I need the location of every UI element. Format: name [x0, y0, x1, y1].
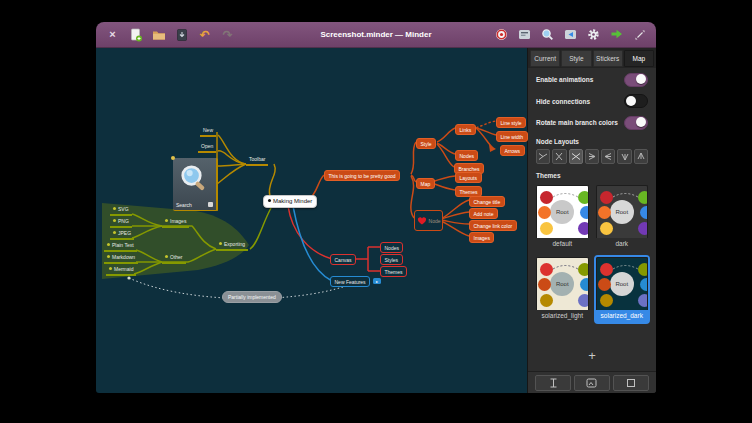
map-node-change-title[interactable]: Change title: [469, 196, 505, 207]
node-layouts-row: [528, 148, 656, 167]
map-node-svg[interactable]: SVG: [110, 205, 132, 216]
app-window: × ↶ ↷ Screenshot.minder — Minder: [96, 22, 656, 393]
theme-color-dot: [600, 263, 613, 276]
map-node-main[interactable]: This is going to be pretty good: [324, 170, 400, 181]
map-node-jpeg[interactable]: JPEG: [110, 229, 134, 240]
image-node-label: Search: [176, 202, 192, 208]
fullscreen-button[interactable]: [632, 27, 647, 42]
map-node-open[interactable]: Open: [198, 142, 216, 153]
map-node-canvas-themes[interactable]: Themes: [380, 266, 407, 277]
theme-color-dot: [540, 222, 553, 235]
sidebar-tabs: Current Style Stickers Map: [528, 48, 656, 68]
map-node-add-note[interactable]: Add note: [469, 208, 498, 219]
map-node-new[interactable]: New: [200, 126, 216, 137]
close-window-button[interactable]: ×: [105, 27, 120, 42]
add-theme-button[interactable]: +: [528, 344, 656, 371]
save-button[interactable]: [174, 27, 189, 42]
themes-heading: Themes: [528, 167, 656, 182]
note-badge-icon[interactable]: ▸: [373, 278, 381, 284]
layout-to-left-button[interactable]: [585, 149, 599, 164]
layout-downwards-button[interactable]: [634, 149, 648, 164]
map-node-change-link-color[interactable]: Change link color: [469, 220, 517, 231]
theme-default[interactable]: Root default: [536, 185, 589, 250]
focus-mode-icon: [495, 28, 508, 41]
layout-manual-button[interactable]: [536, 149, 550, 164]
map-node-exporting[interactable]: Exporting: [216, 240, 248, 251]
hide-connections-toggle[interactable]: [624, 94, 648, 108]
map-node-nodes[interactable]: Nodes: [455, 150, 478, 161]
map-node-mermaid[interactable]: Mermaid: [106, 265, 136, 276]
share-arrow-icon: [610, 28, 623, 41]
map-node-canvas-nodes[interactable]: Nodes: [380, 242, 403, 253]
tab-current[interactable]: Current: [530, 50, 560, 67]
map-node-heart[interactable]: Node: [414, 210, 443, 231]
tab-map[interactable]: Map: [624, 50, 654, 67]
save-icon: [175, 28, 189, 42]
text-anchor-button[interactable]: [535, 375, 571, 391]
undo-button[interactable]: ↶: [197, 27, 212, 42]
focus-mode-button[interactable]: [494, 27, 509, 42]
leaf-dot-icon: [107, 255, 110, 258]
connection-title[interactable]: Partially implemented: [222, 291, 282, 303]
map-node-new-features[interactable]: New Features: [330, 276, 370, 287]
theme-solarized-dark[interactable]: Root solarized_dark: [596, 257, 649, 322]
theme-color-dot: [578, 222, 589, 235]
share-button[interactable]: [609, 27, 624, 42]
map-node-canvas-styles[interactable]: Styles: [380, 254, 403, 265]
map-node-line-width[interactable]: Line width: [496, 131, 528, 142]
map-node-toolbar[interactable]: Toolbar: [246, 155, 268, 166]
hide-connections-label: Hide connections: [536, 98, 590, 105]
titlebar[interactable]: × ↶ ↷ Screenshot.minder — Minder: [96, 22, 656, 48]
tab-style[interactable]: Style: [561, 50, 591, 67]
mindmap-canvas[interactable]: Making Minder Toolbar New Open Save As S…: [96, 48, 527, 393]
leaf-dot-icon: [109, 267, 112, 270]
rotate-branch-colors-label: Rotate main branch colors: [536, 119, 618, 126]
layout-to-right-button[interactable]: [601, 149, 615, 164]
map-node-arrows[interactable]: Arrows: [500, 145, 525, 156]
settings-button[interactable]: [586, 27, 601, 42]
presentation-button[interactable]: [517, 27, 532, 42]
enable-animations-toggle[interactable]: [624, 73, 648, 87]
map-node-map[interactable]: Map: [416, 178, 435, 189]
map-node-root[interactable]: Making Minder: [263, 195, 317, 208]
theme-color-dot: [600, 191, 613, 204]
layout-upwards-button[interactable]: [617, 149, 631, 164]
heart-icon: [417, 216, 427, 225]
map-node-other[interactable]: Other: [162, 253, 186, 264]
node-layouts-heading: Node Layouts: [528, 133, 656, 148]
frame-button[interactable]: [613, 375, 649, 391]
tab-stickers[interactable]: Stickers: [593, 50, 623, 67]
frame-icon: [626, 378, 636, 388]
root-dot-icon: [268, 199, 271, 202]
map-node-plain-text[interactable]: Plain Text: [104, 241, 137, 252]
map-node-images-child[interactable]: Images: [469, 232, 494, 243]
enable-animations-label: Enable animations: [536, 76, 593, 83]
map-node-canvas[interactable]: Canvas: [330, 254, 356, 265]
map-node-images[interactable]: Images: [162, 217, 189, 228]
rotate-branch-colors-toggle[interactable]: [624, 116, 648, 130]
magnifier-icon: [541, 28, 554, 41]
map-node-png[interactable]: PNG: [110, 217, 132, 228]
map-node-style[interactable]: Style: [416, 138, 436, 149]
redo-button[interactable]: ↷: [220, 27, 235, 42]
map-node-search-image[interactable]: Search: [173, 158, 218, 211]
layout-horizontal-button[interactable]: [569, 149, 583, 164]
map-node-layouts[interactable]: Layouts: [455, 172, 482, 183]
new-document-icon: [129, 28, 143, 42]
image-button[interactable]: [574, 375, 610, 391]
map-node-markdown[interactable]: Markdown: [104, 253, 138, 264]
open-file-button[interactable]: [151, 27, 166, 42]
map-node-links[interactable]: Links: [455, 124, 476, 135]
theme-color-dot: [638, 191, 649, 204]
export-image-button[interactable]: [563, 27, 578, 42]
text-anchor-icon: [549, 378, 558, 388]
theme-color-dot: [578, 191, 589, 204]
theme-dark[interactable]: Root dark: [596, 185, 649, 250]
zoom-button[interactable]: [540, 27, 555, 42]
map-node-line-style[interactable]: Line style: [496, 117, 526, 128]
leaf-dot-icon: [107, 243, 110, 246]
layout-vertical-button[interactable]: [552, 149, 566, 164]
theme-solarized-light[interactable]: Root solarized_light: [536, 257, 589, 322]
close-icon: ×: [109, 29, 115, 40]
new-document-button[interactable]: [128, 27, 143, 42]
